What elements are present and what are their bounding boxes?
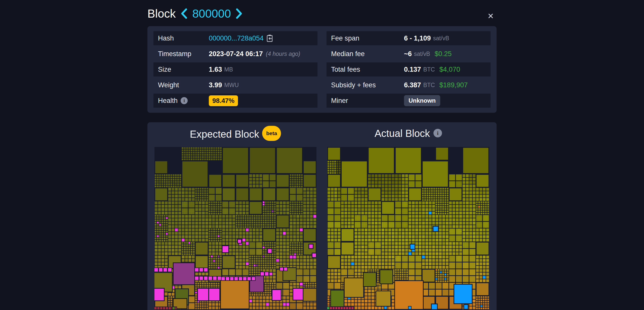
copy-icon[interactable] (267, 34, 273, 42)
block-hash-text: 000000...728a054 (209, 34, 264, 42)
row-value: ~6sat/vB$0.25 (404, 50, 452, 58)
row-value-number: 1.63 (209, 66, 222, 73)
row-label: Miner (331, 97, 404, 105)
row-label-text: Weight (158, 81, 179, 89)
row-value: 000000...728a054 (209, 34, 273, 42)
row-label: Hash (158, 34, 209, 42)
row-label: Timestamp (158, 50, 209, 58)
row-value-unit: sat/vB (433, 35, 449, 42)
row-label: Healthi (158, 97, 209, 105)
info-icon[interactable]: i (433, 129, 442, 137)
row-label-text: Timestamp (158, 50, 191, 58)
expected-block-title: Expected Blockbeta (154, 127, 316, 142)
row-label-text: Fee span (331, 34, 359, 42)
block-details-table-right: Fee span6 - 1,109sat/vBMedian fee~6sat/v… (327, 31, 491, 108)
row-label-text: Subsidy + fees (331, 81, 376, 89)
table-row: MinerUnknown (327, 94, 491, 108)
table-row: Median fee~6sat/vB$0.25 (327, 47, 491, 61)
row-value-usd: $4,070 (439, 66, 460, 73)
table-row: Timestamp2023-07-24 06:17(4 hours ago) (153, 47, 317, 61)
row-value-unit: MB (224, 66, 233, 73)
row-value-number: 6.387 (404, 81, 421, 89)
row-label-text: Hash (158, 34, 174, 42)
visualization-titles: Expected Blockbeta Actual Blocki (154, 127, 490, 147)
expected-block-visualization[interactable] (154, 147, 316, 309)
actual-block-title-text: Actual Block (375, 128, 430, 139)
row-label: Median fee (331, 50, 404, 58)
row-value-note: (4 hours ago) (266, 51, 300, 57)
next-block-button[interactable] (236, 8, 243, 19)
visualization-row (154, 147, 490, 309)
row-value: Unknown (404, 95, 440, 106)
info-icon[interactable]: i (181, 97, 188, 104)
row-value-unit: MWU (224, 82, 239, 89)
row-value: 1.63MB (209, 66, 233, 73)
row-label: Total fees (331, 66, 404, 73)
table-row: Size1.63MB (153, 62, 317, 76)
page-title-text: Block (147, 6, 176, 21)
health-badge: 98.47% (209, 95, 238, 106)
table-row: Hash000000...728a054 (153, 31, 317, 45)
row-label: Fee span (331, 34, 404, 42)
block-details-card: Hash000000...728a054Timestamp2023-07-24 … (147, 26, 497, 113)
table-row: Total fees0.137BTC$4,070 (327, 62, 491, 76)
row-label-text: Size (158, 66, 171, 73)
table-row: Weight3.99MWU (153, 78, 317, 92)
row-value-number: 6 - 1,109 (404, 34, 431, 42)
row-value: 3.99MWU (209, 81, 239, 89)
page-title: Block 800000 (147, 6, 497, 21)
row-value: 2023-07-24 06:17(4 hours ago) (209, 50, 300, 58)
block-height: 800000 (192, 6, 231, 21)
close-button[interactable]: × (486, 11, 495, 21)
previous-block-button[interactable] (181, 8, 187, 19)
row-value-number: 2023-07-24 06:17 (209, 50, 263, 58)
row-label-text: Health (158, 97, 178, 105)
row-value-number: 3.99 (209, 81, 222, 89)
chevron-left-icon (181, 8, 187, 19)
row-label-text: Miner (331, 97, 348, 105)
miner-badge[interactable]: Unknown (404, 95, 440, 106)
row-value: 6.387BTC$189,907 (404, 81, 468, 89)
close-icon: × (488, 10, 494, 21)
row-label: Subsidy + fees (331, 81, 404, 89)
row-value-unit: BTC (423, 82, 435, 89)
row-label-text: Total fees (331, 66, 360, 73)
expected-block-title-text: Expected Block (190, 129, 259, 140)
row-label: Size (158, 66, 209, 73)
table-row: Fee span6 - 1,109sat/vB (327, 31, 491, 45)
row-value: 0.137BTC$4,070 (404, 66, 460, 73)
table-row: Healthi98.47% (153, 94, 317, 108)
chevron-right-icon (236, 8, 243, 19)
block-header: Block 800000 × (147, 6, 497, 24)
row-label-text: Median fee (331, 50, 365, 58)
block-details-table-left: Hash000000...728a054Timestamp2023-07-24 … (153, 31, 317, 108)
block-hash-link[interactable]: 000000...728a054 (209, 34, 273, 42)
row-value: 6 - 1,109sat/vB (404, 34, 449, 42)
block-page: Block 800000 × Hash000000...728a054Times (0, 0, 644, 310)
actual-block-title: Actual Blocki (327, 127, 489, 142)
row-value: 98.47% (209, 95, 238, 106)
row-value-number: ~6 (404, 50, 412, 58)
beta-badge: beta (262, 126, 281, 141)
table-row: Subsidy + fees6.387BTC$189,907 (327, 78, 491, 92)
row-value-usd: $189,907 (439, 81, 468, 89)
row-value-unit: BTC (423, 66, 435, 73)
row-value-usd: $0.25 (435, 50, 452, 58)
row-value-unit: sat/vB (414, 51, 430, 57)
block-visualization-card: Expected Blockbeta Actual Blocki (147, 122, 497, 310)
row-value-number: 0.137 (404, 66, 421, 73)
content-container: Block 800000 × Hash000000...728a054Times (147, 0, 497, 310)
actual-block-visualization[interactable] (327, 147, 489, 309)
row-label: Weight (158, 81, 209, 89)
